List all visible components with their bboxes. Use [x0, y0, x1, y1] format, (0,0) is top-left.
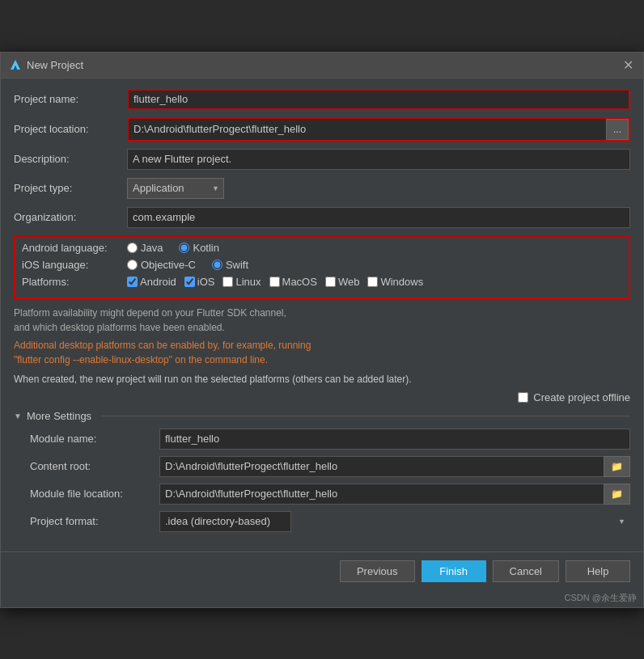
- content-root-row: Content root: 📁: [30, 456, 630, 477]
- platform-info-text: Platform availability might depend on yo…: [14, 306, 630, 335]
- close-button[interactable]: ✕: [621, 57, 635, 73]
- module-file-browse[interactable]: 📁: [604, 484, 630, 505]
- kotlin-radio[interactable]: [179, 243, 189, 253]
- more-settings-label: More Settings: [27, 410, 91, 422]
- project-name-row: Project name:: [14, 88, 630, 111]
- platforms-label: Platforms:: [22, 276, 127, 288]
- module-name-input[interactable]: [159, 429, 630, 450]
- project-name-label: Project name:: [14, 93, 127, 105]
- module-name-row: Module name:: [30, 429, 630, 450]
- folder-icon-2: 📁: [611, 488, 623, 500]
- folder-icon: 📁: [611, 461, 623, 472]
- linux-checkbox[interactable]: [222, 277, 233, 287]
- project-format-label: Project format:: [30, 515, 159, 527]
- module-file-location-group: 📁: [159, 484, 630, 505]
- description-label: Description:: [14, 153, 127, 165]
- cancel-button[interactable]: Cancel: [493, 560, 559, 582]
- kotlin-option[interactable]: Kotlin: [179, 242, 219, 254]
- help-button[interactable]: Help: [566, 560, 630, 582]
- footer: Previous Finish Cancel Help: [1, 551, 643, 590]
- android-language-label: Android language:: [22, 242, 127, 254]
- organization-input[interactable]: [127, 207, 630, 228]
- module-file-location-label: Module file location:: [30, 488, 159, 500]
- ios-checkbox[interactable]: [184, 277, 195, 287]
- project-name-input[interactable]: [127, 89, 630, 110]
- linux-platform-option[interactable]: Linux: [222, 276, 261, 288]
- browse-button[interactable]: ...: [606, 119, 629, 140]
- title-bar-left: New Project: [9, 58, 83, 71]
- macos-platform-option[interactable]: MacOS: [269, 276, 317, 288]
- description-input[interactable]: [127, 149, 630, 170]
- swift-option[interactable]: Swift: [212, 259, 248, 271]
- web-platform-label: Web: [338, 276, 360, 288]
- windows-platform-option[interactable]: Windows: [367, 276, 423, 288]
- platforms-row: Platforms: Android iOS Linux: [22, 276, 622, 288]
- project-type-row: Project type: Application Plugin Package…: [14, 177, 630, 200]
- watermark: CSDN @余生爱静: [1, 590, 643, 607]
- offline-checkbox[interactable]: [518, 392, 528, 403]
- project-location-input[interactable]: [129, 119, 606, 140]
- objc-label: Objective-C: [141, 259, 196, 271]
- project-format-dropdown[interactable]: .idea (directory-based) .ipr (file-based…: [159, 511, 291, 532]
- project-location-label: Project location:: [14, 123, 127, 135]
- app-icon: [9, 58, 22, 71]
- module-file-location-input[interactable]: [159, 484, 604, 505]
- content-root-label: Content root:: [30, 460, 159, 472]
- ios-language-row: iOS language: Objective-C Swift: [22, 259, 622, 271]
- content-root-group: 📁: [159, 456, 630, 477]
- ios-language-label: iOS language:: [22, 259, 127, 271]
- project-type-dropdown[interactable]: Application Plugin Package Module: [127, 178, 224, 199]
- swift-radio[interactable]: [212, 260, 222, 270]
- content-root-browse[interactable]: 📁: [604, 456, 630, 477]
- macos-checkbox[interactable]: [269, 277, 280, 287]
- organization-label: Organization:: [14, 211, 127, 223]
- new-project-dialog: New Project ✕ Project name: Project loca…: [0, 52, 644, 608]
- project-type-label: Project type:: [14, 182, 127, 194]
- android-platform-option[interactable]: Android: [127, 276, 176, 288]
- language-platforms-section: Android language: Java Kotlin iOS langua…: [14, 235, 630, 299]
- macos-platform-label: MacOS: [282, 276, 317, 288]
- swift-label: Swift: [226, 259, 248, 271]
- dialog-title: New Project: [27, 59, 83, 71]
- platforms-options: Android iOS Linux MacOS: [127, 276, 423, 288]
- kotlin-label: Kotlin: [193, 242, 219, 254]
- web-checkbox[interactable]: [325, 277, 336, 287]
- title-bar: New Project ✕: [1, 53, 643, 78]
- android-checkbox[interactable]: [127, 277, 138, 287]
- java-radio[interactable]: [127, 243, 138, 253]
- project-location-row: Project location: ...: [14, 117, 630, 142]
- android-language-row: Android language: Java Kotlin: [22, 242, 622, 254]
- ios-platform-label: iOS: [197, 276, 215, 288]
- project-format-wrapper: .idea (directory-based) .ipr (file-based…: [159, 511, 630, 532]
- project-type-wrapper: Application Plugin Package Module: [127, 178, 224, 199]
- description-row: Description:: [14, 148, 630, 171]
- form-content: Project name: Project location: ... Desc…: [1, 78, 643, 548]
- offline-row: Create project offline: [14, 391, 630, 403]
- ios-platform-option[interactable]: iOS: [184, 276, 215, 288]
- project-format-row: Project format: .idea (directory-based) …: [30, 511, 630, 532]
- windows-platform-label: Windows: [380, 276, 423, 288]
- linux-platform-label: Linux: [235, 276, 261, 288]
- module-file-location-row: Module file location: 📁: [30, 484, 630, 505]
- more-settings-section: More Settings Module name: Content root:…: [14, 410, 630, 532]
- more-settings-header[interactable]: More Settings: [14, 410, 630, 422]
- content-root-input[interactable]: [159, 456, 604, 477]
- windows-checkbox[interactable]: [367, 277, 378, 287]
- java-label: Java: [141, 242, 163, 254]
- more-settings-divider: [101, 416, 630, 416]
- project-type-select-group: Application Plugin Package Module: [127, 178, 224, 199]
- previous-button[interactable]: Previous: [340, 560, 415, 582]
- android-language-options: Java Kotlin: [127, 242, 219, 254]
- objc-option[interactable]: Objective-C: [127, 259, 196, 271]
- offline-label[interactable]: Create project offline: [533, 391, 630, 403]
- android-platform-label: Android: [140, 276, 176, 288]
- java-option[interactable]: Java: [127, 242, 163, 254]
- web-platform-option[interactable]: Web: [325, 276, 360, 288]
- organization-row: Organization:: [14, 206, 630, 229]
- platform-note-text: When created, the new project will run o…: [14, 372, 630, 387]
- project-location-input-group: ...: [127, 117, 630, 142]
- objc-radio[interactable]: [127, 260, 138, 270]
- module-name-label: Module name:: [30, 433, 159, 445]
- more-settings-content: Module name: Content root: 📁 Module f: [14, 429, 630, 532]
- finish-button[interactable]: Finish: [422, 560, 486, 582]
